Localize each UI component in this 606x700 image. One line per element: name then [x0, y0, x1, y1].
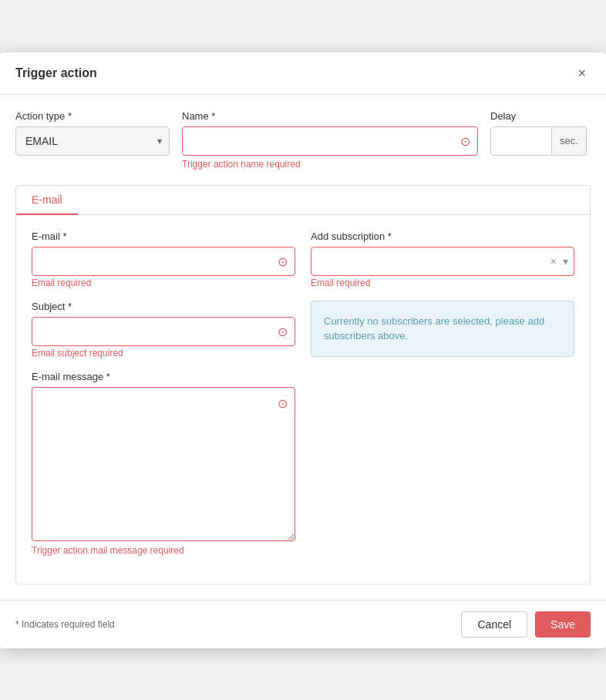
subject-error-icon: ⊙	[278, 324, 288, 338]
no-subscribers-text: Currently no subscribers are selected, p…	[324, 315, 544, 342]
subject-input[interactable]	[32, 317, 295, 346]
tab-content-email: E-mail * ⊙ Email required Subject *	[16, 215, 590, 584]
subscription-field-group: Add subscription * × ▾ Email required	[311, 231, 574, 288]
name-input-wrapper: ⊙	[182, 126, 478, 156]
subject-error-text: Email subject required	[32, 348, 123, 358]
email-error-text: Email required	[32, 278, 91, 288]
subscription-error-text: Email required	[311, 278, 370, 288]
message-textarea[interactable]	[32, 387, 295, 541]
subscription-icons: × ▾	[550, 255, 568, 268]
trigger-action-modal: Trigger action × Action type * EMAIL SMS…	[0, 52, 606, 648]
message-field-label: E-mail message *	[32, 371, 295, 382]
required-field-note: * Indicates required field	[15, 619, 115, 630]
tab-email[interactable]: E-mail	[16, 186, 78, 215]
right-column: Add subscription * × ▾ Email required	[311, 231, 574, 568]
clear-icon[interactable]: ×	[550, 255, 557, 268]
email-error-icon: ⊙	[278, 254, 288, 268]
delay-label: Delay	[490, 110, 591, 122]
name-error-icon: ⊙	[460, 133, 470, 148]
tab-email-label: E-mail	[32, 194, 62, 206]
subscription-select[interactable]	[311, 247, 574, 276]
delay-input[interactable]	[490, 126, 552, 156]
action-type-label: Action type *	[15, 110, 170, 122]
subscription-select-wrapper: × ▾	[311, 247, 574, 276]
subject-field-label: Subject *	[32, 301, 295, 312]
cancel-button[interactable]: Cancel	[461, 611, 527, 638]
delay-unit-label: sec.	[552, 126, 587, 156]
email-field-label: E-mail *	[32, 231, 295, 242]
message-field-group: E-mail message * ⊙ Trigger action mail m…	[32, 371, 295, 556]
modal-header: Trigger action ×	[0, 52, 606, 95]
modal-title: Trigger action	[15, 66, 97, 80]
no-subscribers-info: Currently no subscribers are selected, p…	[311, 301, 574, 357]
delay-row: sec.	[490, 126, 591, 156]
footer-buttons: Cancel Save	[461, 611, 591, 638]
left-column: E-mail * ⊙ Email required Subject *	[32, 231, 295, 568]
tab-header: E-mail	[16, 186, 590, 215]
name-label: Name *	[182, 110, 478, 122]
message-error-text: Trigger action mail message required	[32, 545, 184, 556]
email-input[interactable]	[32, 247, 295, 276]
chevron-down-icon[interactable]: ▾	[563, 255, 568, 268]
subject-input-wrapper: ⊙	[32, 317, 295, 346]
action-type-group: Action type * EMAIL SMS PUSH ▾	[15, 110, 170, 156]
name-error-text: Trigger action name required	[182, 159, 478, 170]
email-input-wrapper: ⊙	[32, 247, 295, 276]
subject-field-group: Subject * ⊙ Email subject required	[32, 301, 295, 358]
action-type-select[interactable]: EMAIL SMS PUSH	[15, 126, 170, 156]
save-button[interactable]: Save	[535, 611, 591, 638]
name-input[interactable]	[182, 126, 478, 156]
email-field-group: E-mail * ⊙ Email required	[32, 231, 295, 288]
tabs-section: E-mail E-mail * ⊙ Email requi	[15, 185, 591, 584]
modal-footer: * Indicates required field Cancel Save	[0, 600, 606, 648]
message-error-icon: ⊙	[278, 396, 288, 411]
modal-body: Action type * EMAIL SMS PUSH ▾ Name * ⊙	[0, 95, 606, 600]
delay-group: Delay sec.	[490, 110, 591, 156]
top-fields-row: Action type * EMAIL SMS PUSH ▾ Name * ⊙	[15, 110, 591, 170]
close-button[interactable]: ×	[573, 65, 591, 82]
name-group: Name * ⊙ Trigger action name required	[182, 110, 478, 170]
action-type-select-wrapper: EMAIL SMS PUSH ▾	[15, 126, 170, 156]
subscription-field-label: Add subscription *	[311, 231, 574, 242]
message-textarea-wrapper: ⊙	[32, 387, 295, 544]
two-column-layout: E-mail * ⊙ Email required Subject *	[32, 231, 574, 568]
